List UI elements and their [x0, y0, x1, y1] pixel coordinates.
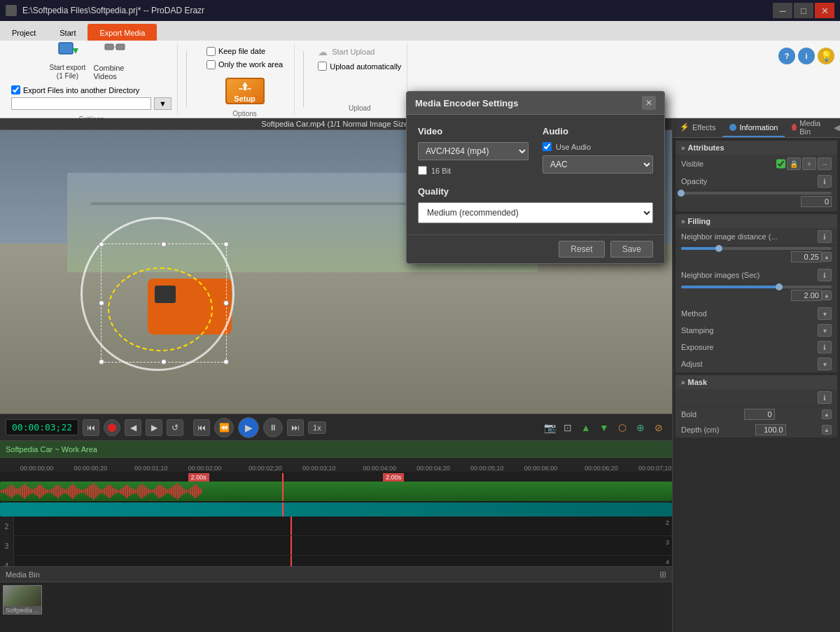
media-encoder-dialog: Media Encoder Settings ✕ Video AVC/H264 …: [406, 91, 665, 264]
bit16-row: 16 Bit: [418, 166, 528, 175]
audio-select[interactable]: AAC MP3 PCM: [542, 155, 653, 174]
bit16-checkbox[interactable]: [418, 166, 427, 175]
reset-button[interactable]: Reset: [559, 241, 604, 258]
quality-title: Quality: [418, 186, 653, 197]
dialog-header: Media Encoder Settings ✕: [407, 92, 664, 115]
dialog-body: Video AVC/H264 (mp4) H.265 (mp4) ProRes …: [407, 115, 664, 234]
quality-select[interactable]: Medium (recommended) Low High Best: [418, 202, 653, 223]
dialog-overlay: Media Encoder Settings ✕ Video AVC/H264 …: [0, 0, 840, 632]
video-section-title: Video: [418, 126, 528, 136]
dialog-footer: Reset Save: [407, 234, 664, 263]
use-audio-checkbox[interactable]: [542, 142, 552, 151]
audio-section-title: Audio: [542, 126, 653, 136]
use-audio-row: Use Audio: [542, 142, 653, 151]
use-audio-label: Use Audio: [556, 143, 591, 151]
save-button[interactable]: Save: [610, 241, 653, 258]
video-column: Video AVC/H264 (mp4) H.265 (mp4) ProRes …: [418, 126, 528, 175]
bit16-label: 16 Bit: [431, 167, 451, 175]
codec-select[interactable]: AVC/H264 (mp4) H.265 (mp4) ProRes: [418, 142, 528, 160]
dialog-title: Media Encoder Settings: [415, 98, 518, 108]
dialog-columns: Video AVC/H264 (mp4) H.265 (mp4) ProRes …: [418, 126, 653, 175]
audio-column: Audio Use Audio AAC MP3 PCM: [542, 126, 653, 175]
quality-section: Quality Medium (recommended) Low High Be…: [418, 186, 653, 223]
dialog-close-button[interactable]: ✕: [642, 96, 656, 110]
